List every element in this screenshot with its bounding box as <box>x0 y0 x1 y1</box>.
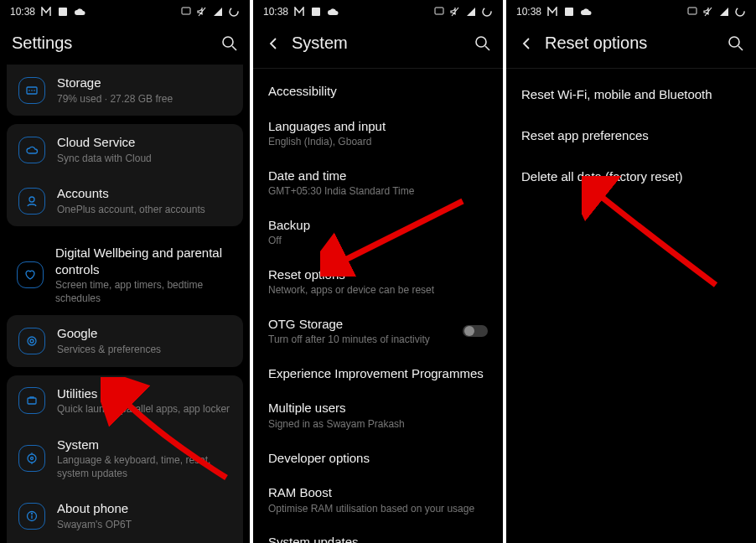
svg-point-29 <box>736 8 744 16</box>
settings-group: Storage 79% used · 27.28 GB free <box>7 65 243 116</box>
system-item-ramboost[interactable]: RAM Boost Optimise RAM utilisation based… <box>253 475 503 525</box>
svg-point-19 <box>31 513 33 515</box>
svg-line-4 <box>232 46 236 50</box>
settings-screen: 10:38 Settings Storage 79% used · 27.28 … <box>0 0 250 543</box>
svg-rect-23 <box>435 8 443 14</box>
otg-toggle[interactable] <box>463 325 488 337</box>
system-item-developer[interactable]: Developer options <box>253 441 503 476</box>
cloud-icon <box>18 137 45 163</box>
status-time: 10:38 <box>10 6 35 18</box>
settings-item-cloud[interactable]: Cloud Service Sync data with Cloud <box>7 124 243 175</box>
item-subtitle: Off <box>268 235 488 248</box>
settings-item-system[interactable]: System Language & keyboard, time, reset,… <box>7 427 243 491</box>
settings-list: Storage 79% used · 27.28 GB free Cloud S… <box>0 65 250 543</box>
settings-item-wellbeing[interactable]: Digital Wellbeing and parental controls … <box>7 235 243 315</box>
wellbeing-icon <box>17 261 44 288</box>
svg-point-30 <box>729 37 739 47</box>
status-time: 10:38 <box>263 6 288 18</box>
status-mute-icon <box>702 6 714 18</box>
back-icon[interactable] <box>518 35 535 52</box>
reset-list: Reset Wi-Fi, mobile and Bluetooth Reset … <box>506 74 756 543</box>
settings-group: Google Services & preferences <box>7 315 243 366</box>
item-title: Utilities <box>57 385 231 402</box>
system-screen: 10:38 System Accessibility Languages and… <box>253 0 503 543</box>
settings-item-google[interactable]: Google Services & preferences <box>7 315 243 366</box>
item-subtitle: 79% used · 27.28 GB free <box>57 93 231 106</box>
item-title: Reset options <box>268 266 488 283</box>
storage-icon <box>18 77 45 104</box>
status-mute-icon <box>449 6 461 18</box>
system-item-languages[interactable]: Languages and input English (India), Gbo… <box>253 109 503 158</box>
svg-rect-12 <box>28 398 36 404</box>
status-image-icon <box>310 6 322 18</box>
item-subtitle: Signed in as Swayam Prakash <box>268 418 488 432</box>
item-subtitle: Turn off after 10 minutes of inactivity <box>268 334 448 347</box>
item-title: Reset app preferences <box>521 128 649 142</box>
status-loading-icon <box>228 6 240 18</box>
item-subtitle: OnePlus account, other accounts <box>57 204 231 217</box>
item-subtitle: English (India), Gboard <box>268 136 488 149</box>
system-item-users[interactable]: Multiple users Signed in as Swayam Praka… <box>253 390 503 440</box>
svg-rect-28 <box>688 8 696 14</box>
system-item-accessibility[interactable]: Accessibility <box>253 74 503 109</box>
item-title: Date and time <box>268 168 488 184</box>
item-title: About phone <box>57 500 231 517</box>
status-loading-icon <box>734 6 746 18</box>
svg-point-10 <box>28 337 36 345</box>
status-mute-icon <box>196 6 208 18</box>
settings-item-utilities[interactable]: Utilities Quick launch, parallel apps, a… <box>7 375 243 427</box>
item-title: System updates <box>268 534 488 543</box>
item-subtitle: Language & keyboard, time, reset, system… <box>57 454 231 480</box>
status-m-icon <box>40 6 52 18</box>
status-bar: 10:38 <box>0 0 250 23</box>
item-title: Storage <box>57 75 231 91</box>
settings-group: Cloud Service Sync data with Cloud Accou… <box>7 124 243 226</box>
svg-point-25 <box>476 37 486 47</box>
item-title: RAM Boost <box>268 484 488 501</box>
item-title: Delete all data (factory reset) <box>521 169 683 184</box>
system-item-otg[interactable]: OTG Storage Turn off after 10 minutes of… <box>253 307 503 356</box>
settings-group: Utilities Quick launch, parallel apps, a… <box>7 375 243 543</box>
status-signal-icon <box>212 6 224 18</box>
status-cloud-icon <box>327 6 339 18</box>
item-title: Multiple users <box>268 400 488 416</box>
reset-item-factory[interactable]: Delete all data (factory reset) <box>506 156 756 197</box>
search-icon[interactable] <box>728 35 744 52</box>
system-item-datetime[interactable]: Date and time GMT+05:30 India Standard T… <box>253 158 503 208</box>
status-cast-icon <box>433 6 445 18</box>
status-cloud-icon <box>580 6 592 18</box>
reset-options-screen: 10:38 Reset options Reset Wi-Fi, mobile … <box>506 0 756 543</box>
page-title: Settings <box>12 34 211 53</box>
svg-rect-1 <box>182 8 190 14</box>
status-m-icon <box>293 6 305 18</box>
settings-item-about[interactable]: About phone Swayam's OP6T <box>7 490 243 541</box>
system-item-updates[interactable]: System updates <box>253 525 503 543</box>
item-subtitle: Swayam's OP6T <box>57 519 231 532</box>
system-item-reset[interactable]: Reset options Network, apps or device ca… <box>253 257 503 307</box>
item-title: Accessibility <box>268 83 488 100</box>
back-icon[interactable] <box>265 35 282 52</box>
status-m-icon <box>546 6 558 18</box>
item-title: OTG Storage <box>268 316 448 333</box>
item-subtitle: Quick launch, parallel apps, app locker <box>57 403 231 416</box>
search-icon[interactable] <box>474 35 491 52</box>
accounts-icon <box>18 188 45 215</box>
settings-item-accounts[interactable]: Accounts OnePlus account, other accounts <box>7 175 243 226</box>
system-item-backup[interactable]: Backup Off <box>253 208 503 257</box>
status-bar: 10:38 <box>253 0 503 23</box>
settings-item-storage[interactable]: Storage 79% used · 27.28 GB free <box>7 65 243 116</box>
svg-line-31 <box>738 46 743 50</box>
svg-point-9 <box>29 197 34 202</box>
item-subtitle: GMT+05:30 India Standard Time <box>268 185 488 199</box>
svg-rect-0 <box>59 8 67 16</box>
status-loading-icon <box>481 6 493 18</box>
item-title: Accounts <box>57 185 231 202</box>
about-icon <box>18 503 45 530</box>
reset-item-wifi[interactable]: Reset Wi-Fi, mobile and Bluetooth <box>506 74 756 115</box>
utilities-icon <box>18 387 45 414</box>
google-icon <box>18 328 45 354</box>
reset-item-app-prefs[interactable]: Reset app preferences <box>506 115 756 156</box>
svg-point-24 <box>483 8 491 16</box>
search-icon[interactable] <box>221 35 238 52</box>
system-item-experience[interactable]: Experience Improvement Programmes <box>253 356 503 391</box>
